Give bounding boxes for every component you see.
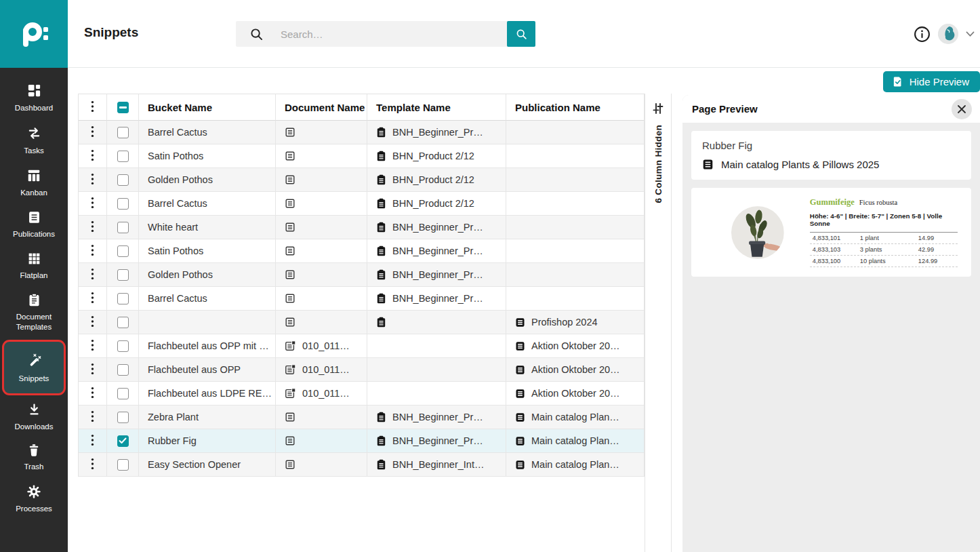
publication-icon (515, 389, 525, 399)
row-checkbox-cell (107, 453, 139, 477)
column-header[interactable]: Document Name (276, 94, 367, 121)
bucket-name-cell: Barrel Cactus (139, 287, 276, 311)
column-settings-icon[interactable] (651, 102, 665, 115)
table-row[interactable]: Barrel CactusBHN_Product 2/12 (79, 192, 644, 216)
trash-icon (27, 443, 41, 457)
row-checkbox[interactable] (117, 364, 129, 376)
column-header[interactable]: Publication Name (506, 94, 644, 121)
product-name: Gummifeige (810, 197, 855, 208)
publication-name-cell: Main catalog Plan… (506, 453, 644, 477)
search-submit-button[interactable] (507, 21, 535, 47)
sidebar-item-document-templates[interactable]: Document Templates (0, 287, 68, 338)
kebab-icon (91, 434, 94, 448)
row-kebab-menu[interactable] (79, 429, 107, 453)
sidebar-item-processes[interactable]: Processes (0, 478, 68, 520)
doc-plain-icon (285, 435, 295, 446)
row-checkbox[interactable] (117, 174, 129, 186)
table-row[interactable]: White heartBNH_Beginner_Pr… (79, 216, 644, 239)
info-icon[interactable] (914, 26, 931, 43)
price-sku: 4,833,103 (813, 246, 860, 253)
sidebar-item-publications[interactable]: Publications (0, 204, 68, 245)
row-kebab-menu[interactable] (79, 216, 107, 239)
preview-page-card[interactable]: Gummifeige Ficus robusta Höhe: 4-6" | Br… (691, 188, 971, 277)
hide-preview-button[interactable]: Hide Preview (883, 71, 980, 92)
avatar[interactable] (938, 24, 958, 44)
table-row[interactable]: Easy Section OpenerBNH_Beginner_Int…Main… (79, 453, 644, 477)
table-row[interactable]: Satin PothosBNH_Beginner_Pr… (79, 239, 644, 263)
row-checkbox[interactable] (117, 388, 129, 399)
row-checkbox[interactable] (117, 198, 129, 210)
bucket-name: Flachbeutel aus OPP mit … (148, 340, 269, 351)
row-kebab-menu[interactable] (79, 121, 107, 144)
column-header[interactable]: Bucket Name (139, 94, 276, 121)
sidebar-item-snippets[interactable]: Snippets (2, 340, 66, 395)
publication-name: Main catalog Plan… (531, 435, 619, 446)
table-row[interactable]: Zebra PlantBNH_Beginner_Pr…Main catalog … (79, 406, 644, 429)
row-checkbox[interactable] (117, 127, 129, 138)
column-header[interactable]: Template Name (367, 94, 506, 121)
bucket-name: Satin Pothos (148, 245, 203, 256)
row-kebab-menu[interactable] (79, 453, 107, 477)
row-kebab-menu[interactable] (79, 263, 107, 287)
sidebar-item-downloads[interactable]: Downloads (0, 397, 68, 438)
sidebar-item-flatplan[interactable]: Flatplan (0, 245, 68, 287)
sidebar-item-dashboard[interactable]: Dashboard (0, 77, 68, 119)
row-checkbox-cell (107, 311, 139, 334)
row-kebab-menu[interactable] (79, 358, 107, 382)
table-row[interactable]: Rubber FigBNH_Beginner_Pr…Main catalog P… (79, 429, 644, 453)
row-checkbox[interactable] (117, 245, 129, 257)
row-kebab-menu[interactable] (79, 334, 107, 358)
row-checkbox[interactable] (117, 435, 129, 447)
table-row[interactable]: Barrel CactusBNH_Beginner_Pr… (79, 121, 644, 144)
bucket-name-cell: Barrel Cactus (139, 121, 276, 144)
header-kebab-menu[interactable] (79, 94, 107, 121)
row-kebab-menu[interactable] (79, 144, 107, 168)
row-checkbox-cell (107, 429, 139, 453)
row-kebab-menu[interactable] (79, 311, 107, 334)
row-kebab-menu[interactable] (79, 287, 107, 311)
chevron-down-icon[interactable] (966, 31, 975, 37)
bucket-name: Barrel Cactus (148, 293, 207, 304)
select-all-checkbox[interactable] (117, 102, 129, 113)
table-row[interactable]: Flachbeutel aus OPP010_011…Aktion Oktobe… (79, 358, 644, 382)
page-preview-title: Page Preview (692, 103, 758, 115)
row-checkbox[interactable] (117, 151, 129, 162)
price-value: 42.99 (918, 246, 958, 253)
publication-icon (515, 436, 525, 446)
row-kebab-menu[interactable] (79, 192, 107, 216)
row-checkbox[interactable] (117, 317, 129, 328)
row-checkbox[interactable] (117, 293, 129, 304)
row-checkbox[interactable] (117, 269, 129, 281)
bucket-name-cell: Zebra Plant (139, 406, 276, 429)
row-checkbox[interactable] (117, 459, 129, 471)
document-name-cell: 010_011… (276, 334, 367, 358)
close-preview-button[interactable] (952, 99, 972, 119)
row-checkbox-cell (107, 382, 139, 406)
table-row[interactable]: Golden PothosBNH_Beginner_Pr… (79, 263, 644, 287)
table-row[interactable]: Golden PothosBHN_Product 2/12 (79, 168, 644, 192)
sidebar-item-tasks[interactable]: Tasks (0, 119, 68, 162)
row-checkbox[interactable] (117, 222, 129, 233)
sidebar-item-trash[interactable]: Trash (0, 437, 68, 478)
table-row[interactable]: Satin PothosBHN_Product 2/12 (79, 144, 644, 168)
row-checkbox[interactable] (117, 412, 129, 423)
row-checkbox[interactable] (117, 340, 129, 352)
app-logo[interactable] (0, 0, 68, 68)
preview-snippet-name: Rubber Fig (702, 140, 960, 151)
sidebar-item-kanban[interactable]: Kanban (0, 162, 68, 204)
row-kebab-menu[interactable] (79, 406, 107, 429)
bucket-name-cell: White heart (139, 216, 276, 239)
table-row[interactable]: Flachbeutel aus LDPE RE…010_011…Aktion O… (79, 382, 644, 406)
search-icon (250, 28, 263, 41)
row-kebab-menu[interactable] (79, 168, 107, 192)
table-row[interactable]: Profishop 2024 (79, 311, 644, 334)
row-kebab-menu[interactable] (79, 239, 107, 263)
row-checkbox-cell (107, 406, 139, 429)
bucket-name-cell: Easy Section Opener (139, 453, 276, 477)
table-row[interactable]: Flachbeutel aus OPP mit …010_011…Aktion … (79, 334, 644, 358)
search-input[interactable] (281, 28, 507, 40)
template-name: BNH_Beginner_Pr… (392, 412, 483, 422)
table-row[interactable]: Barrel CactusBNH_Beginner_Pr… (79, 287, 644, 311)
doc-plain-icon (285, 317, 295, 328)
row-kebab-menu[interactable] (79, 382, 107, 406)
